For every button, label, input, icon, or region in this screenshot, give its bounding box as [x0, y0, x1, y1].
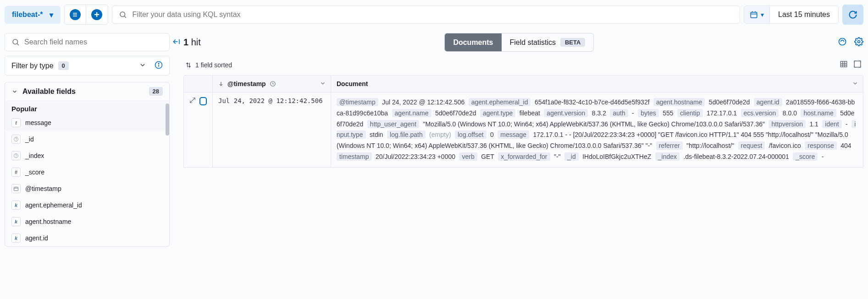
gear-icon	[854, 37, 863, 46]
svg-point-16	[16, 157, 17, 158]
filter-by-type-label: Filter by type	[11, 62, 54, 70]
svg-point-14	[16, 141, 17, 141]
doc-field-val: GET	[481, 153, 494, 160]
field-item--id[interactable]: _id	[5, 131, 169, 147]
sort-row: 1 field sorted	[183, 56, 863, 75]
chevron-down-icon	[139, 61, 146, 69]
scroll-thumb[interactable]	[166, 103, 169, 136]
results-actions	[838, 37, 863, 48]
chart-options-button[interactable]	[838, 37, 847, 48]
filter-by-type: Filter by type 0	[5, 56, 170, 76]
doc-field-key: referrer	[656, 141, 683, 150]
doc-field-key: log.offset	[455, 130, 487, 139]
doc-field-key: ident	[822, 120, 841, 128]
settings-button[interactable]	[854, 37, 863, 48]
sidebar-scrollbar[interactable]	[166, 103, 169, 246]
column-menu-document[interactable]	[852, 80, 858, 88]
popular-label: Popular	[11, 105, 163, 113]
field-item-agent-hostname[interactable]: kagent.hostname	[5, 213, 169, 230]
time-picker-toggle[interactable]: ▾	[744, 6, 770, 23]
refresh-icon	[848, 10, 857, 19]
document-label: Document	[337, 80, 368, 87]
row-controls	[184, 92, 212, 167]
view-tabs: Documents Field statistics BETA	[444, 33, 594, 52]
query-bar[interactable]	[112, 5, 740, 24]
doc-field-key: agent.id	[754, 98, 782, 106]
field-name: agent.hostname	[25, 218, 71, 225]
doc-field-key: response	[805, 141, 837, 150]
doc-field-val: 5d0e6f70de2d	[435, 109, 476, 117]
grid-icon	[840, 60, 848, 68]
doc-field-key: agent.ephemeral_id	[469, 98, 531, 106]
density-button[interactable]	[840, 60, 848, 70]
tab-documents[interactable]: Documents	[445, 33, 501, 51]
field-type-icon: t	[11, 118, 21, 127]
sort-label[interactable]: 1 field sorted	[195, 61, 232, 69]
index-pattern-label: filebeat-*	[12, 11, 43, 19]
doc-field-val: 555	[663, 109, 673, 117]
sort-icon	[185, 62, 192, 68]
field-type-icon: k	[11, 201, 21, 210]
search-icon	[119, 11, 127, 19]
field-item--timestamp[interactable]: @timestamp	[5, 180, 169, 197]
svg-rect-17	[14, 187, 18, 191]
doc-field-key: _score	[793, 152, 818, 161]
filter-type-info[interactable]	[155, 61, 163, 71]
doc-field-key: request	[738, 141, 765, 150]
field-item-message[interactable]: tmessage	[11, 114, 163, 131]
doc-field-val: "-"	[554, 153, 561, 160]
doc-field-val: 8.0.0	[783, 109, 797, 117]
query-input[interactable]	[133, 11, 733, 19]
field-search-input[interactable]	[24, 38, 163, 46]
available-fields-section: Available fields 28 Popular tmessage _id…	[5, 82, 170, 247]
svg-rect-2	[751, 12, 757, 18]
chevron-down-icon: ▾	[761, 11, 764, 18]
available-fields-label: Available fields	[22, 87, 144, 96]
available-fields-toggle[interactable]: Available fields 28	[5, 82, 169, 100]
doc-field-val: -	[822, 153, 824, 160]
doc-field-val: 5d0e6f70de2d	[709, 98, 750, 106]
row-document: @timestamp Jul 24, 2022 @ 12:12:42.506 a…	[331, 92, 863, 167]
field-name: @timestamp	[25, 185, 61, 192]
field-name: agent.id	[25, 234, 48, 242]
fullscreen-button[interactable]	[853, 60, 862, 70]
field-type-icon: #	[11, 168, 21, 177]
field-search[interactable]	[5, 33, 170, 51]
refresh-button[interactable]	[842, 5, 863, 25]
doc-field-key: agent.version	[544, 109, 588, 117]
index-pattern-selector[interactable]: filebeat-* ▾	[5, 6, 61, 24]
calendar-icon	[750, 11, 758, 19]
svg-line-32	[190, 100, 193, 103]
filter-type-expand[interactable]	[139, 61, 146, 70]
filter-actions: ≡ +	[64, 5, 108, 25]
field-item-agent-id[interactable]: kagent.id	[5, 230, 169, 246]
collapse-sidebar-button[interactable]	[172, 38, 181, 47]
add-filter-button[interactable]: +	[86, 5, 108, 25]
doc-field-val: 654f1a0e-f832-4c10-b7ce-d46d5e5f932f	[535, 98, 650, 106]
doc-field-val: -	[632, 109, 634, 117]
saved-query-button[interactable]: ≡	[64, 5, 86, 25]
tab-field-statistics[interactable]: Field statistics BETA	[502, 33, 594, 51]
time-range-label[interactable]: Last 15 minutes	[770, 6, 838, 23]
doc-field-key: host.name	[801, 109, 836, 117]
results-panel: 1 hit Documents Field statistics BETA	[174, 29, 868, 250]
header-timestamp[interactable]: @timestamp	[212, 76, 331, 92]
row-timestamp: Jul 24, 2022 @ 12:12:42.506	[212, 92, 331, 167]
svg-point-8	[13, 39, 18, 44]
beta-badge: BETA	[560, 38, 585, 47]
doc-field-val: filebeat	[520, 109, 540, 117]
field-type-icon	[11, 184, 21, 193]
doc-field-key: _index	[655, 152, 680, 161]
column-menu-timestamp[interactable]	[320, 80, 326, 88]
field-item--index[interactable]: _index	[5, 147, 169, 164]
expand-row-button[interactable]	[189, 97, 196, 105]
doc-field-key: agent.name	[392, 109, 431, 117]
field-name: _id	[25, 136, 34, 143]
row-checkbox[interactable]	[199, 97, 207, 105]
header-document[interactable]: Document	[331, 76, 863, 92]
field-item-agent-ephemeral-id[interactable]: kagent.ephemeral_id	[5, 197, 169, 213]
doc-field-val: .ds-filebeat-8.3.2-2022.07.24-000001	[683, 153, 789, 160]
doc-field-key: timestamp	[337, 152, 372, 161]
field-item--score[interactable]: #_score	[5, 164, 169, 180]
doc-field-val: 172.17.0.1	[707, 109, 737, 117]
